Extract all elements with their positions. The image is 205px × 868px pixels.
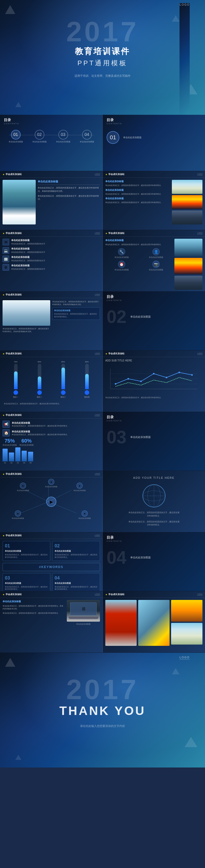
svg-point-8: [153, 373, 155, 374]
icon-row-text-1: 单击此处添加正文，按照您的意愿添加文字，建议您在展示时保持简洁。: [12, 425, 69, 427]
star-icon-10: ★: [3, 534, 5, 537]
content-text-2: 单击此处添加图题: [32, 141, 47, 143]
globe-text: 单击此处添加正文，按照您的意愿添加文字，建议您在展示时保持简洁。: [129, 511, 179, 518]
brand-1: 学会成长加油站: [6, 173, 22, 176]
section-3-label: 目录: [107, 415, 201, 420]
slide-row-5: ★ 学会成长加油站 LOGO 70% 项目一: [0, 350, 205, 412]
wheel-image: [171, 600, 202, 622]
info-row-3: 🏢 单击此处添加标题 单击此处添加正文，按照您的意愿添加文字: [3, 255, 100, 262]
svg-line-12: [26, 490, 48, 502]
slide-barchart-left: ★ 学会成长加油站 LOGO 📢 单击此处添加标题 单击此处添加正文，按照您的意…: [0, 412, 102, 471]
info-desc-1: 单击此处添加正文，按照您的意愿添加文字: [11, 243, 45, 245]
globe-text-2: 单击此处添加正文，按照您的意愿添加文字，建议您在展示时保持简洁。: [129, 520, 179, 527]
panel-logo-11: LOGO: [95, 593, 100, 596]
info-desc-2: 单击此处添加正文，按照您的意愿添加文字: [11, 251, 45, 254]
slide-keywords: ★ 学会成长加油站 LOGO 01 单击此处添加图题 单击此处添加正文，按照您的…: [0, 532, 102, 591]
slide-panel-road: ★ 学会成长加油站 LOGO 单击此处添加标题 单击此处添加正文，按照您的意愿添…: [102, 171, 205, 230]
panel-heading-2b: 单击此处添加标题: [105, 188, 170, 192]
slide-row-4: ★ 学会成长加油站 LOGO 单击此处添加正文，按照您的意愿添加文字，建议您在展…: [0, 291, 205, 350]
content-num-2: 02: [35, 130, 44, 140]
icon-row-title-1: 单击此处添加标题: [12, 422, 69, 425]
contents-sublabel-2: CONTENTS: [107, 122, 201, 125]
slide-panel-info-right: ★ 学会成长加油站 LOGO 单击此处添加标题 单击此处添加正文，按照您的意愿添…: [102, 230, 205, 291]
title-year: 2017: [66, 15, 139, 48]
info-icon-4: ⚙: [3, 264, 9, 271]
thankyou-tri-1: [5, 658, 15, 667]
single-content-text: 单击此处添加图题: [123, 136, 141, 139]
thermo-2: 50% 项目二: [34, 361, 45, 398]
single-content-num: 01: [107, 131, 119, 144]
river-image: [3, 180, 36, 224]
thermo-3: 85% 项目三: [58, 361, 68, 398]
panel-logo-3: LOGO: [95, 232, 100, 235]
slide-row-9: ★ 学会成长加油站 LOGO 单击此处添加标题 单击此处添加正文，按照您的意愿添…: [0, 591, 205, 653]
contents-sublabel-1: CONTENTS: [4, 122, 99, 125]
line-chart-svg: [105, 364, 200, 394]
star-icon-8: ★: [3, 414, 5, 416]
title-desc: 适用于培训、论文答辩、完整及成功文写稿件: [74, 74, 131, 78]
brand-9: 学会成长加油站: [6, 472, 22, 476]
right-heading-1: 单击此处添加标题: [105, 239, 172, 242]
section-2-text: 单击此处添加图题: [130, 315, 151, 318]
svg-line-13: [48, 490, 71, 502]
panel-heading-1: 单击此处添加标题: [38, 180, 100, 183]
section-3-num: 03: [107, 427, 127, 447]
info-title-4: 单击此处添加标题: [11, 264, 45, 267]
content-text-4: 单击此处添加图题: [79, 141, 95, 143]
slide-globe-right: ADD YOUR TITLE HERE 单击此处添加正文，按照您的意愿添加文字，…: [102, 471, 205, 532]
section-2-num: 02: [107, 307, 127, 327]
thankyou-logo: LOGO: [179, 656, 190, 660]
brand-2: 学会成长加油站: [108, 173, 125, 176]
slide-thankyou: LOGO 2017 THANK YOU 请在此处输入您想要添加的文字内容: [0, 653, 205, 768]
content-num-3: 03: [58, 130, 68, 140]
info-icon-1: ✉: [3, 239, 9, 245]
icon-text-row-2: 🏠 单击此处添加标题 单击此处添加正文，按照您的意愿添加文字，建议您在展示时保持…: [3, 429, 100, 436]
card-title-1: 单击此处添加标题: [54, 309, 98, 312]
panel-logo-9: LOGO: [95, 473, 100, 475]
info-title-3: 单击此处添加标题: [11, 255, 45, 259]
thankyou-year: 2017: [66, 673, 139, 706]
slide-row-3: ★ 学会成长加油站 LOGO ✉ 单击此处添加标题 单击此处添加正文，按照您的意…: [0, 230, 205, 291]
section-2-sublabel: CONTENTS: [107, 299, 201, 302]
snow-text-2: 单击此处添加正文，按照您的意愿添加文字，建议您在展示时保持简洁。具体内容请修改本…: [52, 300, 100, 306]
svg-point-5: [115, 383, 116, 385]
svg-line-14: [21, 502, 48, 513]
panel-logo-1: LOGO: [95, 173, 100, 176]
star-icon-9: ★: [3, 473, 5, 475]
keyword-item-3: 03 单击此处添加图题 单击此处添加正文，按照您的意愿添加文字，建议您在展示时保…: [3, 573, 50, 591]
slide-red-building: ★ 学会成长加油站 LOGO: [102, 591, 205, 652]
star-icon-4: ★: [105, 232, 107, 235]
road-image-1: [172, 180, 202, 194]
line-chart-title: ADD SUB TITLE HERE: [105, 359, 202, 362]
slide-panel-river: ★ 学会成长加油站 LOGO 单击此处添加标题 单击此处添加正文，按照您的意愿添…: [0, 171, 102, 230]
content-text-1: 单击此处添加图题: [8, 141, 24, 143]
thankyou-tri-2: [172, 668, 179, 674]
red-building-image: [105, 600, 137, 646]
deco-triangle-4: [15, 102, 22, 107]
grid-icon-label-3: 单击此处添加图题: [114, 269, 129, 271]
brand-12: 学会成长加油站: [108, 593, 125, 596]
title-subtitle: PPT通用模板: [77, 59, 128, 68]
card-text-1: 单击此处添加正文，按照您的意愿添加文字，建议您在展示时保持简洁。: [54, 313, 98, 318]
road-image-2: [172, 195, 202, 209]
panel-logo-2: LOGO: [197, 173, 202, 176]
keyword-item-2: 02 单击此处添加图题 单击此处添加正文，按照您的意愿添加文字，建议您在展示时保…: [52, 541, 100, 561]
stat-item-1: 75% 单击此处添加图题: [3, 438, 17, 446]
snow-text: 单击此处添加正文，按照您的意愿添加文字，建议您在展示时保持简洁。具体内容请修改本…: [3, 327, 50, 333]
panel-body-1: 单击此处添加正文，按照您的意愿添加文字，建议您在展示时保持简洁。具体内容请修改本…: [38, 186, 100, 193]
brand-8: 学会成长加油站: [6, 413, 22, 417]
star-icon-1: ★: [3, 173, 5, 176]
thermo-1: 70% 项目一: [11, 361, 21, 398]
panel-body-1b: 单击此处添加正文，按照您的意愿添加文字，建议您在展示时保持简洁。: [38, 195, 100, 201]
svg-point-7: [140, 380, 142, 382]
grid-icon-label-1: 单击此处添加图题: [114, 256, 129, 259]
slide-section-3: 目录 CONTENTS 03 单击此处添加图题: [102, 412, 205, 471]
info-row-1: ✉ 单击此处添加标题 单击此处添加正文，按照您的意愿添加文字: [3, 239, 100, 245]
content-num-4: 04: [82, 130, 92, 140]
panel-logo-6: LOGO: [95, 352, 100, 355]
thankyou-text: THANK YOU: [59, 704, 146, 718]
contents-label-2: 目录: [107, 118, 201, 122]
content-text-3: 单击此处添加图题: [56, 141, 71, 143]
brand-5: 学会成长加油站: [6, 293, 22, 297]
grid-icon-4: 📷: [152, 261, 160, 268]
